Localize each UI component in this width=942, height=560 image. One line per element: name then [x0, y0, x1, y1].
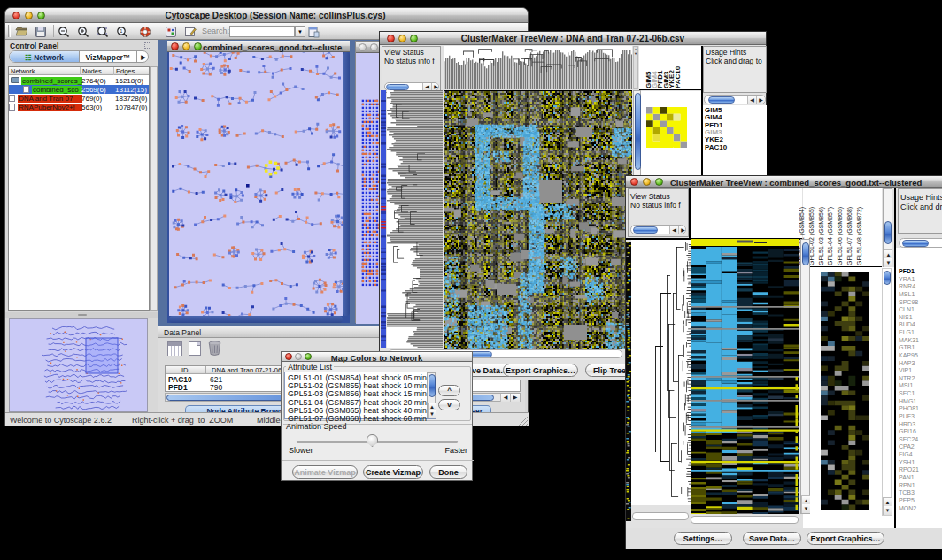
svg-text:1: 1: [120, 28, 123, 34]
